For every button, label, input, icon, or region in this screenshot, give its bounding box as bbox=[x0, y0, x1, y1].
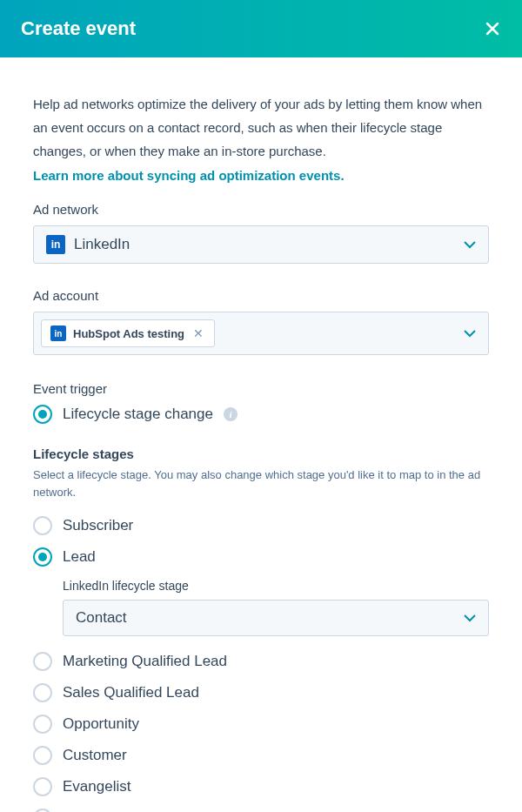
info-icon[interactable]: i bbox=[224, 407, 238, 421]
lifecycle-stage-label: Opportunity bbox=[63, 715, 139, 733]
lifecycle-stage-option[interactable]: Sales Qualified Lead bbox=[33, 683, 489, 702]
learn-more-link[interactable]: Learn more about syncing ad optimization… bbox=[33, 168, 345, 183]
radio-button[interactable] bbox=[33, 405, 52, 424]
lifecycle-stage-label: Marketing Qualified Lead bbox=[63, 653, 227, 670]
description-text: Help ad networks optimize the delivery o… bbox=[33, 92, 489, 163]
modal-header: Create event bbox=[0, 0, 522, 57]
radio-button[interactable] bbox=[33, 777, 52, 796]
lifecycle-stage-option[interactable]: Other bbox=[33, 809, 489, 812]
radio-button[interactable] bbox=[33, 547, 52, 567]
linkedin-lifecycle-value: Contact bbox=[76, 609, 127, 627]
lifecycle-stage-option[interactable]: Lead bbox=[33, 547, 489, 567]
lifecycle-stage-label: Lead bbox=[63, 548, 96, 566]
chevron-down-icon bbox=[464, 325, 476, 341]
ad-network-select[interactable]: in LinkedIn bbox=[33, 225, 489, 264]
lifecycle-stage-label: Sales Qualified Lead bbox=[63, 684, 199, 701]
lifecycle-stage-option[interactable]: Evangelist bbox=[33, 777, 489, 796]
chevron-down-icon bbox=[464, 237, 476, 252]
nested-lifecycle-label: LinkedIn lifecycle stage bbox=[63, 579, 489, 593]
chip-remove-icon[interactable]: ✕ bbox=[191, 326, 205, 340]
ad-account-chip: in HubSpot Ads testing ✕ bbox=[41, 319, 215, 347]
lifecycle-stage-label: Customer bbox=[63, 747, 127, 764]
lifecycle-subtext: Select a lifecycle stage. You may also c… bbox=[33, 466, 489, 500]
ad-account-chip-text: HubSpot Ads testing bbox=[73, 327, 184, 340]
ad-network-value: LinkedIn bbox=[74, 236, 130, 253]
ad-network-label: Ad network bbox=[33, 202, 489, 217]
lifecycle-stage-option[interactable]: Opportunity bbox=[33, 715, 489, 734]
radio-button[interactable] bbox=[33, 809, 52, 812]
lifecycle-stage-option[interactable]: Customer bbox=[33, 746, 489, 765]
lifecycle-stage-option[interactable]: Marketing Qualified Lead bbox=[33, 652, 489, 671]
nested-lifecycle-field: LinkedIn lifecycle stageContact bbox=[63, 579, 489, 636]
select-value-wrapper: in LinkedIn bbox=[46, 235, 130, 254]
lifecycle-stage-label: Subscriber bbox=[63, 517, 133, 534]
select-value-wrapper: Contact bbox=[76, 609, 127, 627]
event-trigger-option[interactable]: Lifecycle stage change i bbox=[33, 405, 489, 424]
event-trigger-option-label: Lifecycle stage change bbox=[63, 406, 213, 423]
lifecycle-stage-list: SubscriberLeadLinkedIn lifecycle stageCo… bbox=[33, 516, 489, 812]
radio-button[interactable] bbox=[33, 652, 52, 671]
event-trigger-label: Event trigger bbox=[33, 381, 489, 396]
chevron-down-icon bbox=[464, 610, 476, 626]
modal-content: Help ad networks optimize the delivery o… bbox=[0, 57, 522, 812]
lifecycle-stage-label: Evangelist bbox=[63, 778, 130, 795]
linkedin-icon: in bbox=[46, 235, 65, 254]
ad-account-select[interactable]: in HubSpot Ads testing ✕ bbox=[33, 312, 489, 355]
ad-account-label: Ad account bbox=[33, 288, 489, 303]
linkedin-icon: in bbox=[50, 325, 66, 341]
radio-button[interactable] bbox=[33, 683, 52, 702]
radio-button[interactable] bbox=[33, 715, 52, 734]
lifecycle-stage-option[interactable]: Subscriber bbox=[33, 516, 489, 535]
radio-button[interactable] bbox=[33, 516, 52, 535]
radio-button[interactable] bbox=[33, 746, 52, 765]
lifecycle-heading: Lifecycle stages bbox=[33, 446, 489, 461]
modal-title: Create event bbox=[21, 17, 136, 40]
close-icon[interactable] bbox=[484, 20, 501, 37]
linkedin-lifecycle-select[interactable]: Contact bbox=[63, 600, 489, 636]
